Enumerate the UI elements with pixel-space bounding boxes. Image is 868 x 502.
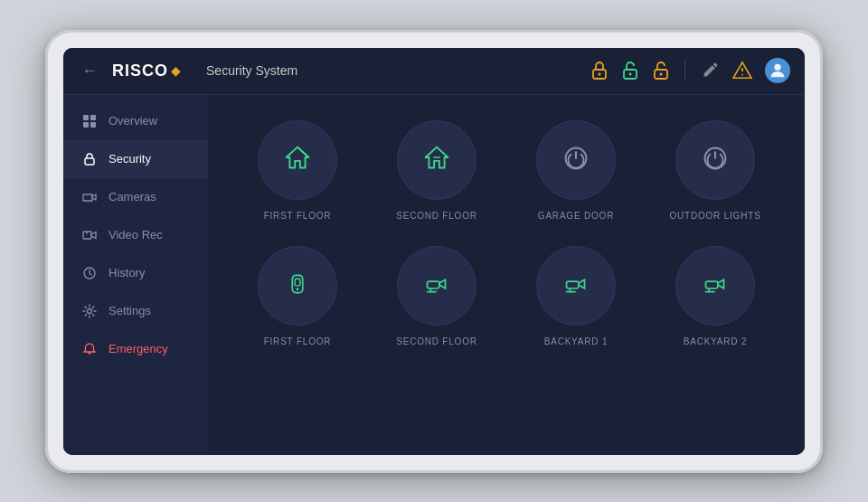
device-label-garage: GARAGE DOOR [538,211,614,221]
device-label-outdoor: OUTDOOR LIGHTS [669,211,760,221]
sidebar-label-videorec: Video Rec [108,228,163,242]
sidebar-label-cameras: Cameras [108,190,156,204]
main-area: Overview Security [63,95,805,455]
svg-rect-9 [83,115,89,120]
device-circle-first-floor [258,120,337,200]
device-circle-backyard2 [675,246,755,326]
cctv-icon-2 [558,266,594,306]
sidebar-item-videorec[interactable]: Video Rec [63,216,208,254]
sidebar-label-emergency: Emergency [108,342,168,355]
sidebar-label-history: History [108,266,145,279]
history-nav-icon [81,265,98,281]
warning-icon[interactable] [732,61,752,81]
device-circle-garage [536,120,616,200]
logo-icon: ◆ [171,63,181,78]
sidebar-label-overview: Overview [108,114,157,128]
svg-point-23 [297,288,299,290]
edit-icon[interactable] [702,61,720,79]
svg-rect-22 [295,279,300,286]
header: ← RISCO ◆ Security System [63,48,805,95]
device-outdoor-lights[interactable]: OUTDOOR LIGHTS [655,120,776,221]
device-circle-second-floor-cam [397,246,476,326]
home-icon-2 [419,140,455,180]
sidebar-label-settings: Settings [108,304,151,317]
device-circle-backyard1 [536,246,616,326]
svg-point-8 [774,64,780,71]
tablet-frame: ← RISCO ◆ Security System [45,30,823,473]
sidebar-label-security: Security [108,152,151,166]
back-button[interactable]: ← [78,58,101,84]
sidebar-item-emergency[interactable]: Emergency [63,330,208,368]
lock-icon-group [589,60,685,81]
lock3-icon[interactable] [650,60,672,81]
avatar[interactable] [765,58,790,83]
device-label-backyard2: BACKYARD 2 [684,336,748,346]
sidebar-item-overview[interactable]: Overview [63,102,208,140]
settings-nav-icon [81,303,98,319]
svg-rect-10 [90,115,96,120]
device-circle-outdoor [675,120,755,200]
device-label-second-floor: SECOND FLOOR [396,211,477,221]
svg-rect-12 [90,122,96,128]
svg-point-5 [660,73,663,76]
device-first-floor-cam[interactable]: FIRST FLOOR [237,246,358,346]
device-label-second-floor-cam: SECOND FLOOR [396,336,477,346]
device-second-floor[interactable]: SECOND FLOOR [376,120,497,221]
device-second-floor-cam[interactable]: SECOND FLOOR [376,246,497,346]
svg-point-17 [88,308,92,313]
lock2-icon[interactable] [619,60,641,81]
device-grid-row1: FIRST FLOOR SECOND FLOOR [237,120,776,221]
device-backyard1[interactable]: BACKYARD 1 [515,246,637,346]
power-icon-2 [697,140,733,180]
logo-text: RISCO [112,62,168,81]
svg-point-1 [599,73,601,76]
device-label-backyard1: BACKYARD 1 [544,336,609,346]
svg-rect-27 [567,281,579,289]
lock1-icon[interactable] [589,60,610,81]
sidebar-item-settings[interactable]: Settings [63,292,208,330]
device-label-first-floor: FIRST FLOOR [264,211,332,221]
device-label-first-floor-cam: FIRST FLOOR [264,336,332,346]
svg-rect-11 [83,122,89,128]
cctv-icon-1 [419,266,455,306]
lock-nav-icon [81,151,98,167]
bell-nav-icon [81,341,98,357]
svg-point-3 [629,73,632,76]
cctv-icon-3 [697,266,733,306]
device-grid-row2: FIRST FLOOR [237,246,776,346]
home-icon-1 [279,140,316,180]
device-backyard2[interactable]: BACKYARD 2 [655,246,776,346]
header-icons [589,58,790,83]
svg-point-15 [86,232,88,233]
sidebar-item-history[interactable]: History [63,254,208,292]
sidebar: Overview Security [63,95,208,455]
tablet-screen: ← RISCO ◆ Security System [63,48,805,455]
device-circle-second-floor [397,120,476,200]
device-first-floor[interactable]: FIRST FLOOR [237,120,358,221]
videorec-nav-icon [81,227,98,243]
sidebar-item-cameras[interactable]: Cameras [63,178,208,216]
svg-rect-13 [85,158,94,165]
grid-icon [81,113,98,129]
svg-rect-24 [428,281,439,289]
content-area: FIRST FLOOR SECOND FLOOR [208,95,805,455]
logo-area: RISCO ◆ [112,62,181,81]
sidebar-item-security[interactable]: Security [63,140,208,178]
device-circle-first-floor-cam [258,246,337,326]
power-icon-1 [558,140,594,180]
device-garage-door[interactable]: GARAGE DOOR [515,120,637,221]
svg-rect-30 [706,281,718,289]
svg-point-7 [741,74,743,76]
header-title: Security System [206,63,578,78]
camera-nav-icon [81,189,98,205]
keyfob-icon [279,266,316,306]
action-icons [698,61,752,81]
